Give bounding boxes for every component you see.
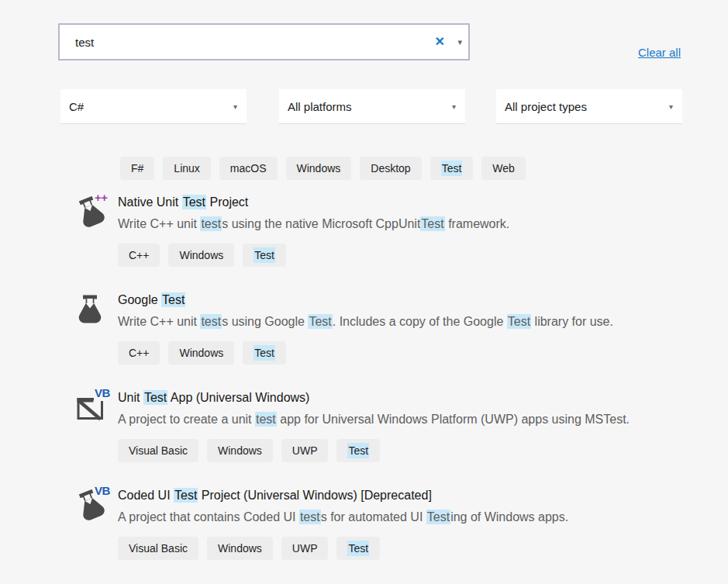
tag-pill-label: Windows [218,542,262,555]
project-template-description: Write C++ unit tests using the native Mi… [118,217,728,231]
tag-pill-label: UWP [292,542,318,555]
tag-pill-label: Test [254,247,275,263]
tag-pill-label: Web [492,162,515,175]
tag-pill[interactable]: C++ [118,244,160,267]
tag-pill-label: C++ [129,249,149,261]
search-match-highlight: test [200,314,222,329]
project-type-dropdown-value: All project types [505,100,587,113]
project-template-item[interactable]: Google Test Write C++ unit tests using G… [75,291,728,389]
text-segment: Project [206,195,248,209]
project-type-dropdown[interactable]: All project types ▾ [496,89,682,124]
project-template-list: ++ Native Unit Test Project Write C++ un… [75,193,728,584]
tag-pill[interactable]: Windows [168,341,234,365]
text-segment: Write C++ unit [118,315,200,328]
search-match-highlight: Test [420,216,444,231]
tag-pill[interactable]: Visual Basic [118,439,198,462]
search-match-highlight: test [200,216,222,231]
vb-badge: VB [94,387,111,401]
tag-pill[interactable]: Windows [168,244,234,267]
text-segment: Write C++ unit [118,217,200,230]
text-segment: s using Google [222,315,308,328]
tag-pill-label: Test [347,443,369,458]
tag-pill[interactable]: Test [243,244,286,267]
project-template-icon [75,291,118,389]
search-match-highlight: Test [143,390,167,405]
tag-pill-label: UWP [292,444,318,457]
tag-pill-label: Test [347,541,369,556]
tag-pill[interactable]: Windows [207,537,273,560]
project-template-description: A project to create a unit test app for … [118,413,728,427]
tag-pill[interactable]: UWP [281,537,329,560]
project-template-tags: C++WindowsTest [118,244,728,267]
tag-pill[interactable]: Desktop [360,157,421,180]
search-input[interactable] [60,25,432,59]
project-template-icon: ++ [75,193,118,291]
project-template-icon: VB [75,486,118,584]
search-match-highlight: test [299,510,321,524]
tag-pill-label: Windows [297,162,341,175]
platform-dropdown-value: All platforms [288,100,352,113]
project-template-title: Coded UI Test Project (Universal Windows… [118,489,728,503]
tag-pill[interactable]: UWP [281,439,329,462]
chevron-down-icon: ▾ [233,102,237,111]
flask-icon [75,294,105,327]
tag-pill[interactable]: Test [336,439,380,462]
search-match-highlight: test [255,412,277,427]
tag-pill[interactable]: macOS [219,157,278,180]
project-template-title: Unit Test App (Universal Windows) [118,391,728,405]
text-segment: Google [118,293,161,306]
text-segment: App (Universal Windows) [167,391,309,404]
language-dropdown-value: C# [69,100,84,113]
search-match-highlight: Test [507,314,531,329]
platform-dropdown[interactable]: All platforms ▾ [279,89,465,124]
tag-pill[interactable]: C++ [118,341,160,365]
tag-pill[interactable]: Test [336,537,380,560]
project-template-item[interactable]: ++ Native Unit Test Project Write C++ un… [75,193,728,291]
tag-pill[interactable]: Windows [286,157,352,180]
project-template-title: Native Unit Test Project [118,195,728,209]
tag-pill[interactable]: Web [481,157,526,180]
tag-pill-label: Desktop [371,162,410,175]
tag-pill-label: Visual Basic [129,542,188,555]
text-segment: . Includes a copy of the Google [333,315,507,328]
search-match-highlight: Test [308,314,332,329]
search-dropdown-icon[interactable]: ▾ [457,38,462,47]
tag-pill[interactable]: Windows [207,439,273,462]
tag-pill[interactable]: Visual Basic [118,537,198,560]
tag-pill-label: macOS [230,162,267,175]
tag-pill-label: C++ [129,347,149,359]
project-template-tags: Visual BasicWindowsUWPTest [118,537,728,560]
text-segment: Project (Universal Windows) [Deprecated] [198,489,431,502]
vb-badge: VB [94,485,111,499]
text-segment: A project to create a unit [118,413,255,426]
chevron-down-icon: ▾ [669,102,673,111]
clear-all-link[interactable]: Clear all [638,46,681,59]
project-template-icon: VB [75,389,118,486]
text-segment: Unit [118,391,143,404]
tag-pill[interactable]: F# [120,157,154,180]
tag-pill-label: Test [441,161,463,176]
tag-pill-label: Windows [218,444,262,457]
tag-pill-label: Linux [174,162,199,175]
tag-filter-row: F#LinuxmacOSWindowsDesktopTestWeb [120,157,526,180]
tag-pill-label: Windows [179,249,223,261]
tag-pill-label: F# [131,162,143,175]
project-template-item[interactable]: VB Coded UI Test Project (Universal Wind… [75,486,728,584]
search-match-highlight: Test [174,488,198,503]
clear-search-icon[interactable]: ✕ [435,36,445,48]
text-segment: Native Unit [118,195,182,209]
tag-pill[interactable]: Test [430,157,474,180]
cpp-plus-plus-badge: ++ [94,192,109,206]
tag-pill[interactable]: Test [243,341,286,365]
text-segment: A project that contains Coded UI [118,510,299,524]
tag-pill-label: Test [254,345,275,361]
project-template-description: Write C++ unit tests using Google Test. … [118,315,728,329]
search-box[interactable]: ✕ ▾ [58,23,470,60]
project-template-item[interactable]: VB Unit Test App (Universal Windows) A p… [75,389,728,486]
text-segment: framework. [445,217,510,230]
language-dropdown[interactable]: C# ▾ [60,89,247,124]
project-template-tags: C++WindowsTest [118,341,728,365]
tag-pill[interactable]: Linux [163,157,210,180]
tag-pill-label: Windows [179,347,223,359]
text-segment: app for Universal Windows Platform (UWP)… [277,413,630,426]
